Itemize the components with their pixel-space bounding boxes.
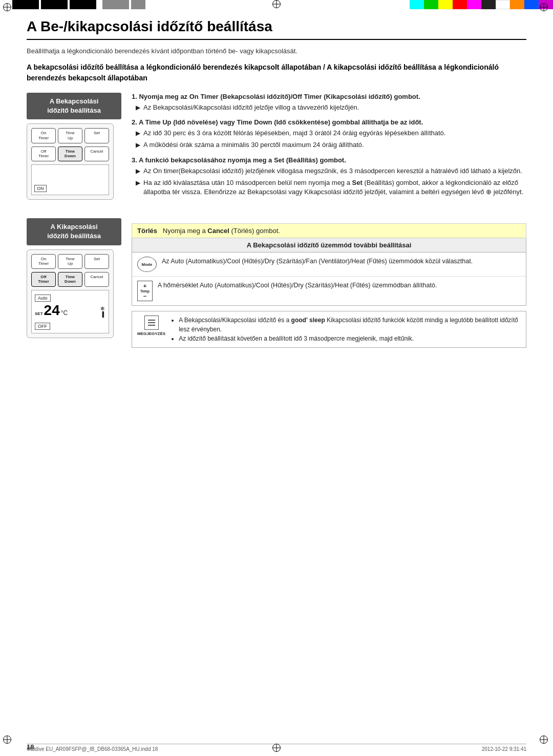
display-icons: ✻ ▐: [100, 306, 104, 317]
note-box: MEGJEGYZÉS A Bekapcsolási/Kikapcsolási i…: [132, 311, 526, 348]
color-cyan: [410, 0, 424, 9]
step3-arrow2: ▶ Ha az idő kiválasztása után 10 másodpe…: [136, 178, 526, 197]
svg-rect-1: [148, 322, 155, 323]
display-temp: 24: [44, 303, 60, 318]
color-yellow: [438, 0, 453, 9]
step-3: 3. A funkció bekapcsolásához nyomja meg …: [132, 156, 526, 197]
page-title: A Be-/kikapcsolási időzítő beállítása: [27, 18, 526, 40]
display-on-indicator: ON: [34, 185, 47, 192]
section-header: A bekapcsolási időzítő beállítása a légk…: [27, 62, 526, 83]
intro-text: Beállíthatja a légkondicionáló berendezé…: [27, 47, 526, 55]
section2-display: Auto SET 24 °C ✻ ▐ OFF: [31, 290, 109, 333]
reg-mark-br: [540, 736, 550, 746]
color-white: [496, 0, 510, 9]
section1-right-panel: 1. Nyomja meg az On Timer (Bekapcsolási …: [132, 93, 526, 203]
set-btn[interactable]: Set: [84, 128, 109, 143]
time-down-btn[interactable]: Time Down: [58, 146, 82, 161]
gray-sq-1: [102, 0, 129, 9]
step-1: 1. Nyomja meg az On Timer (Bekapcsolási …: [132, 93, 526, 112]
display-off: OFF: [35, 323, 50, 330]
section1-display: ON: [31, 164, 109, 195]
gray-sq-2: [131, 0, 145, 9]
section2-right-panel: Törlés Nyomja meg a Cancel (Törlés) gomb…: [132, 223, 526, 348]
svg-rect-0: [148, 320, 155, 321]
reg-mark-tr: [540, 3, 550, 13]
color-magenta: [467, 0, 481, 9]
remote-buttons-top: On Timer Time Up Set: [31, 128, 109, 143]
gray-squares: [102, 0, 145, 9]
section1-remote: On Timer Time Up Set Off Timer: [27, 123, 114, 199]
section1-left-panel: A Bekapcsolási időzítő beállítása On Tim…: [27, 93, 121, 200]
reg-mark-top-center: [272, 0, 281, 8]
main-content: A Be-/kikapcsolási időzítő beállítása Be…: [0, 0, 553, 384]
step-list: 1. Nyomja meg az On Timer (Bekapcsolási …: [132, 93, 526, 197]
black-sq-2: [41, 0, 68, 9]
torlés-row: Törlés Nyomja meg a Cancel (Törlés) gomb…: [132, 223, 526, 238]
on-timer-btn[interactable]: On Timer: [31, 128, 56, 143]
black-sq-3: [70, 0, 96, 9]
remote2-buttons-bottom: Off Timer Time Down Cancel: [31, 272, 109, 287]
section2-row: A Kikapcsolási időzítő beállítása On Tim…: [27, 218, 526, 348]
section2-label: A Kikapcsolási időzítő beállítása: [27, 218, 121, 245]
mode-icon: Mode: [137, 257, 157, 272]
display-set: SET: [35, 311, 43, 316]
section1-row: A Bekapcsolási időzítő beállítása On Tim…: [27, 93, 526, 203]
svg-rect-2: [148, 325, 155, 326]
footer-right: 2012-10-22 9:31:41: [482, 746, 526, 752]
step1-arrow1: ▶ Az Bekapcsolási/Kikapcsolási időzítő j…: [136, 103, 526, 112]
table-row-temp: + Temp − A hőmérséklet Auto (Automatikus…: [132, 277, 526, 305]
table-title: A Bekapcsolási időzítő üzemmód további b…: [132, 238, 526, 253]
color-bar: [410, 0, 553, 9]
reg-mark-tl: [3, 3, 13, 13]
black-squares: [12, 0, 96, 9]
section2-left-panel: A Kikapcsolási időzítő beállítása On Tim…: [27, 218, 121, 338]
reg-mark-bl: [3, 736, 13, 746]
temp-text: A hőmérséklet Auto (Automatikus)/Cool (H…: [158, 281, 521, 290]
time-up-btn2[interactable]: Time Up: [58, 254, 82, 269]
note-bullet-1: A Bekapcsolási/Kikapcsolási időzítő és a…: [179, 316, 521, 334]
black-sq-1: [12, 0, 39, 9]
remote-buttons-bottom: Off Timer Time Down Cancel: [31, 146, 109, 161]
set-btn2[interactable]: Set: [84, 254, 109, 269]
note-bullet-2: Az időzítő beállítását követően a beállí…: [179, 334, 521, 343]
mode-text: Az Auto (Automatikus)/Cool (Hűtés)/Dry (…: [162, 257, 521, 266]
note-icon: [144, 316, 159, 330]
color-blue: [524, 0, 539, 9]
on-timer-btn2[interactable]: On Timer: [31, 254, 56, 269]
cancel-btn2[interactable]: Cancel: [84, 272, 109, 287]
off-timer-btn2[interactable]: Off Timer: [31, 272, 56, 287]
display-temp-unit: °C: [61, 309, 68, 317]
temp-icon: + Temp −: [137, 281, 153, 301]
step3-arrow1: ▶ Az On timer(Bekapcsolási időzítő) jelz…: [136, 166, 526, 176]
color-red: [453, 0, 467, 9]
bekapcsolasi-table: A Bekapcsolási időzítő üzemmód további b…: [132, 238, 526, 306]
step-2: 2. A Time Up (Idő növelése) vagy Time Do…: [132, 118, 526, 150]
note-content: A Bekapcsolási/Kikapcsolási időzítő és a…: [171, 316, 521, 343]
section2-remote: On Timer Time Up Set Off Timer: [27, 249, 114, 338]
color-green: [424, 0, 438, 9]
color-orange: [510, 0, 524, 9]
note-label: MEGJEGYZÉS: [137, 331, 165, 337]
off-timer-btn[interactable]: Off Timer: [31, 146, 56, 161]
color-black: [481, 0, 496, 9]
step2-arrow1: ▶ Az idő 30 perc és 3 óra között félórás…: [136, 129, 526, 138]
time-up-btn[interactable]: Time Up: [58, 128, 82, 143]
remote2-buttons-top: On Timer Time Up Set: [31, 254, 109, 269]
cancel-btn[interactable]: Cancel: [84, 146, 109, 161]
time-down-btn2[interactable]: Time Down: [58, 272, 82, 287]
reg-mark-bottom-center: [272, 744, 281, 752]
footer-left: Maldive EU_AR09FSFP@_IB_DB68-03365A_HU.i…: [27, 746, 158, 752]
display-auto: Auto: [35, 295, 51, 302]
section1-label: A Bekapcsolási időzítő beállítása: [27, 93, 121, 119]
step2-arrow2: ▶ A működési órák száma a minimális 30 p…: [136, 140, 526, 150]
table-row-mode: Mode Az Auto (Automatikus)/Cool (Hűtés)/…: [132, 253, 526, 277]
